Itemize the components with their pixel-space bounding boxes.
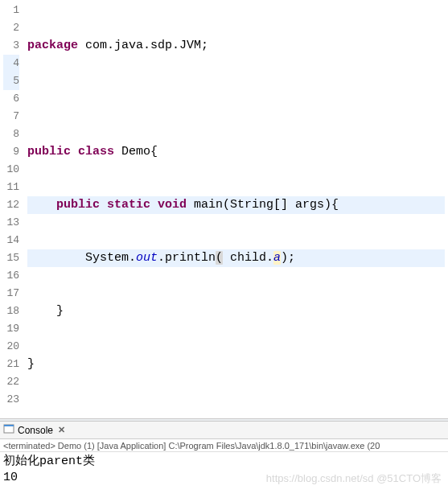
line-gutter: 1 2 3 4 5 6 7 8 9 10 11 12 13 14 15 16 1… — [0, 0, 24, 418]
code-line: public static void main(String[] args){ — [27, 196, 445, 214]
close-icon[interactable]: ✕ — [58, 425, 65, 435]
code-line: } — [27, 302, 445, 320]
output-line: 10 — [3, 471, 18, 484]
code-line: } — [27, 356, 445, 373]
code-area[interactable]: package com.java.sdp.JVM; public class D… — [24, 0, 448, 418]
output-line: 初始化parent类 — [3, 455, 95, 468]
console-tab[interactable]: Console ✕ — [0, 422, 448, 439]
console-icon — [3, 423, 14, 437]
code-line: public class Demo{ — [27, 143, 445, 161]
code-line — [27, 409, 445, 418]
console-title: Console — [18, 425, 53, 436]
svg-rect-1 — [4, 425, 14, 426]
code-line — [27, 90, 445, 108]
code-line: System.out.println( child.a); — [27, 249, 445, 267]
console-output[interactable]: 初始化parent类 10 — [0, 452, 448, 488]
code-editor[interactable]: 1 2 3 4 5 6 7 8 9 10 11 12 13 14 15 16 1… — [0, 0, 448, 418]
console-status: <terminated> Demo (1) [Java Application]… — [0, 439, 448, 452]
code-line: package com.java.sdp.JVM; — [27, 37, 445, 55]
